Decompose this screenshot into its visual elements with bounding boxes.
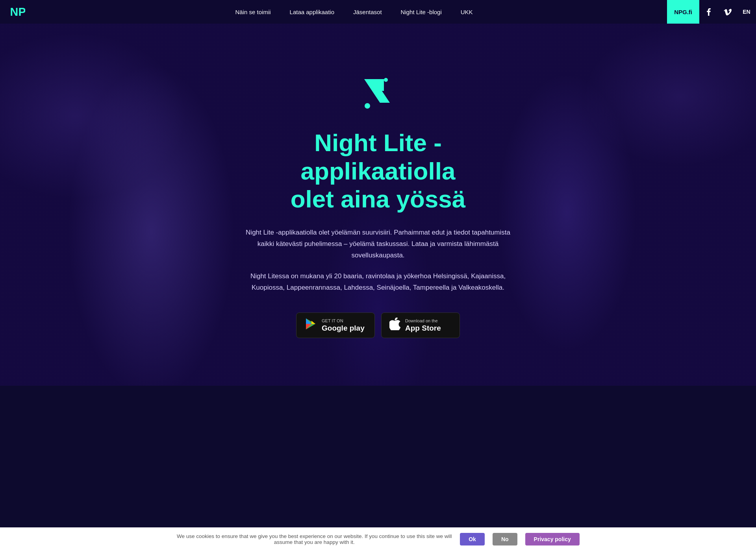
site-logo[interactable]: NP xyxy=(9,4,25,20)
svg-text:NP: NP xyxy=(10,6,25,18)
facebook-icon[interactable] xyxy=(699,0,718,24)
header-right: NPG.fi EN xyxy=(667,0,756,24)
hero-description-2: Night Litessa on mukana yli 20 baaria, r… xyxy=(246,271,510,294)
nav-item-membership-levels[interactable]: Jäsentasot xyxy=(353,9,382,15)
cookie-banner: We use cookies to ensure that we give yo… xyxy=(0,527,756,551)
hero-section: Night Lite -applikaatiolla olet aina yös… xyxy=(0,0,756,386)
apple-icon xyxy=(389,318,400,333)
night-lite-logo xyxy=(352,71,404,115)
google-play-icon xyxy=(304,318,317,333)
nav-item-how-it-works[interactable]: Näin se toimii xyxy=(235,9,271,15)
google-play-button[interactable]: GET IT ON Google play xyxy=(296,312,375,338)
cookie-no-button[interactable]: No xyxy=(493,533,517,545)
cookie-privacy-button[interactable]: Privacy policy xyxy=(525,533,580,545)
svg-marker-2 xyxy=(374,79,384,91)
hero-content: Night Lite -applikaatiolla olet aina yös… xyxy=(236,71,520,338)
google-play-text: GET IT ON Google play xyxy=(322,319,365,332)
cookie-ok-button[interactable]: Ok xyxy=(460,533,485,545)
svg-marker-8 xyxy=(311,321,315,324)
hero-description-1: Night Lite -applikaatiolla olet yöelämän… xyxy=(246,227,510,261)
cookie-text: We use cookies to ensure that we give yo… xyxy=(176,533,452,545)
vimeo-icon[interactable] xyxy=(718,0,737,24)
language-selector[interactable]: EN xyxy=(737,0,756,24)
svg-point-4 xyxy=(384,78,388,82)
store-buttons: GET IT ON Google play Download on the Ap… xyxy=(246,312,510,338)
main-nav: Näin se toimii Lataa applikaatio Jäsenta… xyxy=(41,9,667,15)
site-header: NP Näin se toimii Lataa applikaatio Jäse… xyxy=(0,0,756,24)
nav-item-download-app[interactable]: Lataa applikaatio xyxy=(290,9,334,15)
app-store-button[interactable]: Download on the App Store xyxy=(381,312,460,338)
nav-item-blog[interactable]: Night Lite -blogi xyxy=(401,9,442,15)
npg-button[interactable]: NPG.fi xyxy=(667,0,699,24)
app-store-text: Download on the App Store xyxy=(405,319,441,332)
nav-item-faq[interactable]: UKK xyxy=(461,9,473,15)
hero-title: Night Lite -applikaatiolla olet aina yös… xyxy=(246,129,510,213)
svg-point-3 xyxy=(365,103,370,109)
